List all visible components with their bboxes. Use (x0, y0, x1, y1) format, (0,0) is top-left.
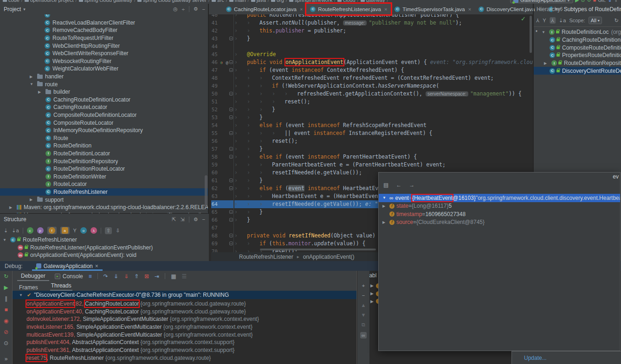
gear-icon[interactable]: ⚙ (194, 6, 198, 12)
stack-frame-row[interactable]: onApplicationEvent:82, CachingRouteLocat… (13, 300, 356, 308)
code-line[interactable]: ››else if (event instanceof ParentHeartb… (234, 153, 533, 161)
breadcrumb-item[interactable]: springframework (289, 0, 332, 3)
breadcrumb-item[interactable]: spring cloud gateway (79, 0, 132, 3)
gutter-line[interactable]: 62 (211, 185, 233, 192)
tree-item[interactable]: CCachingRouteLocator (0, 103, 208, 111)
run-to-cursor-icon[interactable]: ⇥ (155, 273, 159, 280)
fold-marker-icon[interactable] (229, 108, 233, 111)
update-link[interactable]: Update... (524, 355, 547, 361)
tab-frames[interactable]: Frames (19, 284, 38, 291)
tree-item[interactable]: CRoute (0, 134, 208, 142)
chevron-right-icon[interactable]: ▶ (382, 220, 389, 224)
chevron-right-icon[interactable]: ▶ (9, 205, 14, 210)
rerun-icon[interactable]: ↻ (4, 273, 8, 280)
code-line[interactable]: ››} (234, 145, 533, 153)
debugger-inspect-popup[interactable]: ev ▤ ← → ▼∞event = {HeartbeatEvent@16103… (378, 172, 621, 351)
fold-marker-icon[interactable] (229, 186, 233, 190)
step-out-icon[interactable]: ⇑ (134, 273, 139, 280)
fold-marker-icon[interactable] (229, 60, 233, 64)
gutter-line[interactable]: 52 (211, 106, 233, 114)
code-line[interactable]: ›››››refreshedEvent.getApplicationContex… (234, 90, 533, 98)
stack-frame-row[interactable]: doInvokeListener:172, SimpleApplicationE… (13, 315, 356, 323)
code-line[interactable]: ››this.publisher = publisher; (234, 27, 533, 35)
code-line[interactable]: ›››if (!WebServerApplicationContext.hasS… (234, 82, 533, 90)
run-button[interactable]: ▶ (575, 0, 579, 3)
stack-frame-row[interactable]: multicastEvent:139, SimpleApplicationEve… (13, 331, 356, 339)
debugger-value-row[interactable]: ▶fstate = {Long@16117} 5 (379, 202, 620, 211)
editor-gutter[interactable]: 40414243444546o↑@47484950515253545556575… (211, 14, 234, 252)
run-configuration-select[interactable]: GatewayApplication ▾ (510, 0, 573, 3)
fold-marker-icon[interactable] (229, 218, 233, 222)
gutter-line[interactable]: 49 (211, 82, 233, 90)
chevron-right-icon[interactable]: ▶ (382, 204, 389, 208)
debugger-value-row[interactable]: ▶fsource = {CloudEurekaClient@8745} (379, 218, 620, 227)
code-line[interactable]: ››››reset(); (234, 98, 533, 106)
code-line[interactable]: ›››ContextRefreshedEvent refreshedEvent … (234, 74, 533, 82)
settings-icon[interactable]: ☰ (181, 273, 187, 280)
code-line[interactable]: ›@Override (234, 51, 533, 58)
tree-item[interactable]: IRouteDefinitionLocator (0, 150, 208, 158)
step-over-icon[interactable]: ↷ (104, 273, 108, 280)
tree-item[interactable]: IRouteDefinitionWriter (0, 172, 208, 180)
layout-menu-icon[interactable]: ≡ (89, 273, 92, 280)
remove-watch-icon[interactable]: − (362, 293, 365, 298)
force-step-into-icon[interactable]: ⇓ (124, 273, 129, 280)
gutter-line[interactable]: 42 (211, 27, 233, 35)
gear-icon[interactable]: ⚙ (194, 217, 198, 223)
editor-tab[interactable]: CCachingRouteLocator.java× (222, 4, 306, 14)
debugger-value-row[interactable]: ftimestamp = 1609665027348 (379, 210, 620, 218)
fold-marker-icon[interactable] (229, 242, 233, 245)
chevron-down-icon[interactable]: ▼ (542, 30, 547, 34)
gutter-line[interactable]: 50 (211, 90, 233, 98)
subtypes-hierarchy-toggle[interactable]: Y (550, 17, 556, 24)
filter-icon[interactable]: Y (73, 228, 77, 233)
chevron-down-icon[interactable]: ▼ (19, 293, 24, 297)
gutter-line[interactable]: 40 (211, 14, 233, 19)
breadcrumb-item[interactable]: code (3, 0, 19, 3)
tree-item[interactable]: mRouteRefreshListener(ApplicationEventPu… (0, 244, 209, 252)
git-update-icon[interactable]: ⇓ (608, 0, 612, 3)
debug-session-tab[interactable]: GatewayApplication × (32, 261, 103, 271)
show-lambdas-icon[interactable]: λ (91, 227, 97, 234)
editor-tab[interactable]: CRouteRefreshListener.java× (306, 4, 391, 14)
close-icon[interactable]: × (384, 6, 387, 12)
tree-item[interactable]: CCompositeRouteDefinitionLocator (0, 111, 208, 119)
breadcrumb-item[interactable]: org (271, 0, 284, 3)
resume-icon[interactable]: ▶ (4, 284, 8, 291)
step-into-icon[interactable]: ⇓ (114, 273, 118, 280)
profiler-button[interactable]: ↻ (587, 0, 591, 3)
mute-breakpoints-icon[interactable]: ⊘ (4, 329, 8, 335)
gutter-line[interactable]: 67 (211, 224, 233, 232)
stack-frame-row[interactable]: invokeListener:165, SimpleApplicationEve… (13, 323, 356, 331)
duplicate-icon[interactable]: ⧉ (362, 322, 365, 328)
tree-item[interactable]: CWebClientWriteResponseFilter (0, 50, 208, 57)
gutter-line[interactable]: 64 (211, 200, 233, 208)
add-watch-icon[interactable]: + (362, 283, 365, 288)
tree-item[interactable]: CCachingRouteDefinitionLocator (534, 36, 621, 44)
gutter-line[interactable]: 59 (211, 161, 233, 169)
drop-frame-icon[interactable]: ⊠ (144, 273, 149, 280)
breadcrumb-class[interactable]: RouteRefreshListener (239, 254, 293, 260)
tree-item[interactable]: ▶Maven: org.springframework.cloud:spring… (0, 204, 208, 211)
tree-item[interactable]: CRouteDefinitionRouteLocator (0, 165, 208, 173)
sort-alphabetically-icon[interactable]: ⇣a (559, 18, 566, 24)
scope-select[interactable]: All ▾ (589, 17, 602, 24)
fold-marker-icon[interactable] (229, 147, 233, 151)
thread-row[interactable]: ▼ ✔ "DiscoveryClient-CacheRefreshExecuto… (13, 291, 356, 299)
tree-item[interactable]: monApplicationEvent(ApplicationEvent): v… (0, 251, 209, 259)
breadcrumb-item[interactable]: src (212, 0, 224, 3)
chevron-down-icon[interactable]: ▾ (23, 7, 26, 12)
back-icon[interactable]: ← (396, 182, 401, 188)
stack-frame-row[interactable]: publishEvent:361, AbstractApplicationCon… (13, 346, 356, 354)
show-non-public-toggle[interactable]: a (60, 227, 70, 234)
tree-item[interactable]: ▶builder (0, 88, 208, 96)
close-icon[interactable]: × (300, 6, 303, 12)
breadcrumb-item[interactable]: cloud (337, 0, 355, 3)
sort-alphabetically-icon[interactable]: ⇣a (12, 228, 19, 234)
gutter-line[interactable]: 45 (211, 51, 233, 58)
view-breakpoints-icon[interactable]: ◉ (4, 318, 8, 324)
gutter-line[interactable]: 58 (211, 153, 233, 161)
code-line[interactable]: ››} (234, 114, 533, 121)
panes-icon[interactable]: ▤ (383, 182, 388, 188)
breadcrumb-item[interactable]: opensource project (25, 0, 74, 3)
